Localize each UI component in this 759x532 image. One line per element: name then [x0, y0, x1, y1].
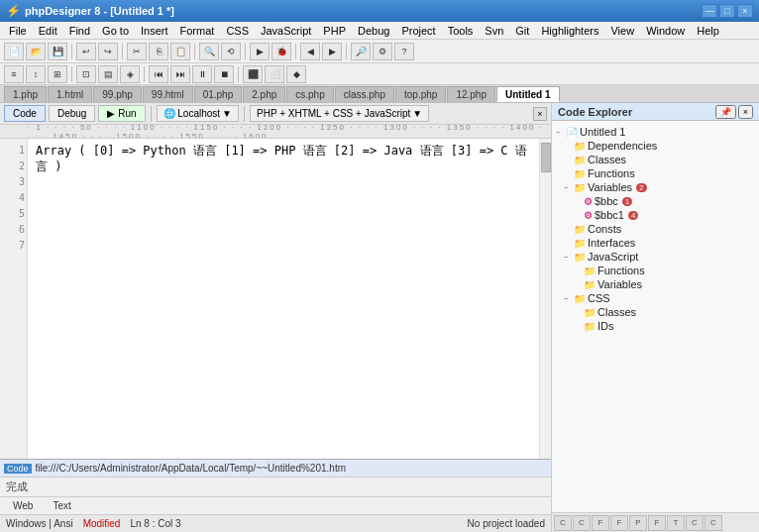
- tree-item-classes[interactable]: 📁 Classes: [554, 153, 757, 166]
- menu-project[interactable]: Project: [396, 24, 440, 38]
- tree-item-untitled[interactable]: − 📄 Untitled 1: [554, 125, 757, 139]
- tab-1php[interactable]: 1.php: [4, 86, 47, 102]
- tb2-btn9[interactable]: ⏸: [192, 65, 212, 83]
- undo-btn[interactable]: ↩: [76, 43, 96, 60]
- tb2-btn6[interactable]: ◈: [120, 65, 140, 83]
- exp-btn-f3[interactable]: F: [648, 515, 666, 531]
- tree-item-js-functions[interactable]: 📁 Functions: [554, 264, 757, 277]
- tb2-btn11[interactable]: ⬛: [243, 65, 263, 83]
- tab-99html[interactable]: 99.html: [143, 86, 193, 102]
- localhost-button[interactable]: 🌐 Localhost ▼: [157, 105, 240, 122]
- menu-svn[interactable]: Svn: [480, 24, 508, 38]
- debug-button[interactable]: Debug: [49, 105, 95, 122]
- web-tab[interactable]: Web: [4, 498, 42, 513]
- menu-help[interactable]: Help: [692, 24, 724, 38]
- menu-format[interactable]: Format: [175, 24, 220, 38]
- minimize-button[interactable]: —: [702, 4, 717, 18]
- menu-insert[interactable]: Insert: [136, 24, 173, 38]
- tree-item-css-ids[interactable]: 📁 IDs: [554, 319, 757, 333]
- menu-debug[interactable]: Debug: [353, 24, 394, 38]
- tree-item-interfaces[interactable]: 📁 Interfaces: [554, 236, 757, 250]
- explorer-pin-btn[interactable]: 📌: [715, 105, 736, 119]
- help-btn[interactable]: ?: [394, 43, 414, 60]
- exp-btn-t[interactable]: T: [667, 515, 685, 531]
- menu-css[interactable]: CSS: [221, 24, 254, 38]
- tree-item-javascript[interactable]: − 📁 JavaScript: [554, 250, 757, 264]
- tree-item-bbc[interactable]: ⚙ $bbc 1: [554, 194, 757, 208]
- debug-btn[interactable]: 🐞: [271, 43, 291, 60]
- menu-php[interactable]: PHP: [318, 24, 351, 38]
- save-btn[interactable]: 💾: [48, 43, 67, 60]
- editor-scrollbar[interactable]: [539, 139, 551, 459]
- tb2-btn3[interactable]: ⊞: [48, 65, 67, 83]
- tree-item-js-variables[interactable]: 📁 Variables: [554, 277, 757, 291]
- tb2-btn7[interactable]: ⏮: [149, 65, 168, 83]
- tree-item-dependencies[interactable]: 📁 Dependencies: [554, 139, 757, 153]
- scrollbar-thumb[interactable]: [541, 143, 551, 172]
- replace-btn[interactable]: ⟲: [221, 43, 241, 60]
- redo-btn[interactable]: ↪: [98, 43, 118, 60]
- window-controls[interactable]: — □ ×: [702, 4, 753, 18]
- tab-2php[interactable]: 2.php: [243, 86, 285, 102]
- php-mode-button[interactable]: PHP + XHTML + CSS + JavaScript ▼: [250, 105, 429, 122]
- tree-item-css-classes[interactable]: 📁 Classes: [554, 305, 757, 319]
- menu-edit[interactable]: Edit: [34, 24, 62, 38]
- close-button[interactable]: ×: [737, 4, 753, 18]
- tab-topphp[interactable]: top.php: [395, 86, 446, 102]
- paste-btn[interactable]: 📋: [170, 43, 190, 60]
- tree-item-functions[interactable]: 📁 Functions: [554, 166, 757, 180]
- cut-btn[interactable]: ✂: [127, 43, 147, 60]
- prev-btn[interactable]: ◀: [300, 43, 320, 60]
- tb2-btn12[interactable]: ⬜: [265, 65, 284, 83]
- exp-btn-p[interactable]: P: [629, 515, 647, 531]
- menu-view[interactable]: View: [605, 24, 639, 38]
- menu-window[interactable]: Window: [641, 24, 690, 38]
- maximize-button[interactable]: □: [719, 4, 735, 18]
- new-btn[interactable]: 📄: [4, 43, 24, 60]
- zoom-btn[interactable]: 🔎: [351, 43, 371, 60]
- tb2-btn13[interactable]: ◆: [286, 65, 306, 83]
- editor-content[interactable]: Array ( [0] => Python 语言 [1] => PHP 语言 […: [28, 139, 539, 459]
- menu-find[interactable]: Find: [64, 24, 95, 38]
- explorer-close-btn[interactable]: ×: [738, 105, 753, 119]
- menu-git[interactable]: Git: [510, 24, 534, 38]
- menu-javascript[interactable]: JavaScript: [256, 24, 316, 38]
- menu-file[interactable]: File: [4, 24, 32, 38]
- tab-01php[interactable]: 01.php: [194, 86, 243, 102]
- find-btn[interactable]: 🔍: [199, 43, 219, 60]
- exp-btn-f2[interactable]: F: [610, 515, 628, 531]
- tab-12php[interactable]: 12.php: [447, 86, 495, 102]
- menu-tools[interactable]: Tools: [443, 24, 479, 38]
- next-btn[interactable]: ▶: [322, 43, 342, 60]
- tb2-btn4[interactable]: ⊡: [76, 65, 96, 83]
- tab-1html[interactable]: 1.html: [48, 86, 92, 102]
- tree-item-bbc1[interactable]: ⚙ $bbc1 4: [554, 208, 757, 222]
- tab-classphp[interactable]: class.php: [335, 86, 394, 102]
- open-btn[interactable]: 📂: [26, 43, 46, 60]
- tb2-btn8[interactable]: ⏭: [170, 65, 190, 83]
- run-button[interactable]: ▶ Run: [98, 105, 145, 122]
- exp-btn-f1[interactable]: F: [592, 515, 609, 531]
- copy-btn[interactable]: ⎘: [149, 43, 168, 60]
- tb2-btn2[interactable]: ↕: [26, 65, 46, 83]
- tab-99php[interactable]: 99.php: [93, 86, 142, 102]
- tb2-btn10[interactable]: ⏹: [214, 65, 234, 83]
- menu-highlighters[interactable]: Highlighters: [536, 24, 603, 38]
- tab-untitled1[interactable]: Untitled 1: [496, 86, 560, 102]
- tb2-btn1[interactable]: ≡: [4, 65, 24, 83]
- exp-btn-c2[interactable]: C: [573, 515, 591, 531]
- exp-btn-c1[interactable]: C: [554, 515, 572, 531]
- tree-item-css[interactable]: − 📁 CSS: [554, 291, 757, 305]
- text-tab[interactable]: Text: [44, 498, 79, 513]
- tree-item-consts[interactable]: 📁 Consts: [554, 222, 757, 236]
- exp-btn-c3[interactable]: C: [686, 515, 704, 531]
- settings-btn[interactable]: ⚙: [373, 43, 392, 60]
- run-btn[interactable]: ▶: [250, 43, 270, 60]
- tab-csphp[interactable]: cs.php: [286, 86, 333, 102]
- tree-item-variables[interactable]: − 📁 Variables 2: [554, 180, 757, 194]
- menu-goto[interactable]: Go to: [97, 24, 134, 38]
- tb2-btn5[interactable]: ▤: [98, 65, 118, 83]
- panel-close-button[interactable]: ×: [533, 107, 547, 121]
- code-button[interactable]: Code: [4, 105, 46, 122]
- exp-btn-c4[interactable]: C: [705, 515, 722, 531]
